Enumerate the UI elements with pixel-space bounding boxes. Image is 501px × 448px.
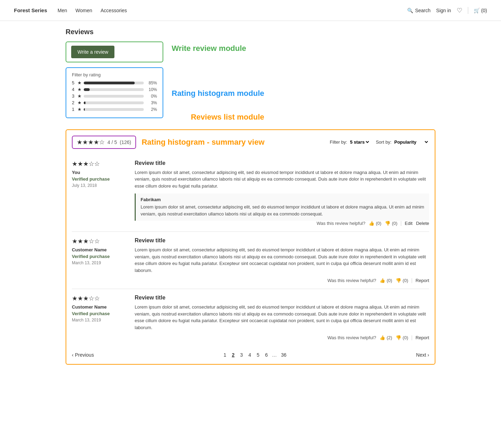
pagination-pages: 123456…36: [222, 351, 288, 358]
review-actions: Was this review helpful? 👍 (0) 👎 (0) Rep…: [135, 278, 429, 283]
pagination-prev-button[interactable]: ‹ Previous: [72, 352, 94, 358]
pagination-ellipsis: …: [272, 352, 277, 358]
response-author: Fabrikam: [141, 197, 424, 202]
reviews-container: ★★★☆☆ You Verified purchase July 13, 201…: [72, 154, 429, 346]
review-date: March 13, 2019: [72, 318, 128, 322]
sort-by-item: Sort by: Popularity Newest Highest rated…: [376, 139, 429, 145]
pagination-page-36[interactable]: 36: [279, 351, 288, 358]
review-date: July 13, 2018: [72, 183, 128, 188]
left-modules: Write a review Filter by rating 5 ★ 85% …: [66, 41, 163, 118]
sign-in-button[interactable]: Sign in: [436, 8, 451, 13]
review-verified: Verified purchase: [72, 176, 128, 182]
histogram-pct: 2%: [146, 107, 157, 112]
star-number: 1: [72, 107, 75, 112]
review-item: ★★★☆☆ Customer Name Verified purchase Ma…: [72, 289, 429, 346]
pagination-page-3[interactable]: 3: [239, 351, 244, 358]
sort-by-select[interactable]: Popularity Newest Highest rated Lowest r…: [393, 139, 429, 145]
review-title: Review title: [135, 295, 429, 301]
histogram-pct: 10%: [146, 87, 157, 92]
histogram-pct: 0%: [146, 94, 157, 99]
action-report-link[interactable]: Report: [416, 335, 429, 340]
nav-link-accessories[interactable]: Accessories: [100, 8, 127, 13]
pagination-next-button[interactable]: Next ›: [416, 352, 429, 358]
filter-by-rating-label: Filter by rating: [72, 72, 157, 77]
write-review-module: Write a review: [66, 41, 163, 62]
histogram-row[interactable]: 5 ★ 85%: [72, 80, 157, 85]
action-divider: [412, 278, 412, 283]
navigation: Forest Series Men Women Accessories 🔍 Se…: [0, 0, 501, 21]
nav-right: 🔍 Search Sign in ♡ 🛒 (0): [407, 7, 487, 14]
histogram-row[interactable]: 4 ★ 10%: [72, 87, 157, 92]
histogram-bar-bg: [84, 101, 144, 104]
reviews-list-module: ★★★★☆ 4 / 5 (126) Rating histogram - sum…: [66, 129, 435, 365]
action-delete-link[interactable]: Delete: [416, 221, 429, 226]
review-author: Customer Name: [72, 304, 128, 310]
pagination-page-5[interactable]: 5: [255, 351, 261, 358]
histogram-pct: 85%: [146, 81, 157, 85]
nav-search[interactable]: 🔍 Search: [407, 8, 431, 13]
pagination-page-6[interactable]: 6: [264, 351, 269, 358]
pagination-page-4[interactable]: 4: [247, 351, 253, 358]
histogram-row[interactable]: 2 ★ 3%: [72, 100, 157, 105]
rating-histogram-module-label: Rating histogram module: [172, 89, 264, 99]
thumbs-up-count: (0): [376, 221, 381, 226]
nav-divider: [468, 7, 468, 14]
response-body: Lorem ipsum dolor sit amet, consectetur …: [141, 204, 424, 217]
action-report-link[interactable]: Report: [416, 278, 429, 283]
vendor-response: Fabrikam Lorem ipsum dolor sit amet, con…: [135, 193, 429, 221]
pagination-page-1[interactable]: 1: [222, 351, 228, 358]
review-left: ★★★☆☆ Customer Name Verified purchase Ma…: [72, 237, 128, 283]
review-date: March 13, 2019: [72, 260, 128, 265]
filter-by-select[interactable]: 5 stars 4 stars 3 stars 2 stars 1 star A…: [349, 139, 370, 145]
histogram-bar-bg: [84, 95, 144, 98]
nav-links: Men Women Accessories: [58, 8, 407, 13]
module-labels: Write review module Rating histogram mod…: [172, 41, 264, 122]
star-number: 5: [72, 80, 75, 85]
write-review-module-label: Write review module: [172, 44, 264, 54]
thumbs-up-count: (0): [387, 278, 392, 283]
review-body: Lorem ipsum dolor sit amet, consectetur …: [135, 246, 429, 274]
thumbs-down-icon: 👎: [396, 335, 401, 340]
star-number: 4: [72, 87, 75, 92]
review-author: You: [72, 170, 128, 175]
thumbs-up-icon: 👍: [380, 335, 385, 340]
thumbs-up-count: (2): [387, 335, 392, 340]
histogram-row[interactable]: 3 ★ 0%: [72, 93, 157, 99]
summary-rating-box: ★★★★☆ 4 / 5 (126): [72, 136, 136, 149]
thumbs-up-icon: 👍: [369, 221, 374, 226]
thumbs-up-button[interactable]: 👍 (0): [380, 278, 392, 283]
next-label: Next: [416, 352, 426, 358]
chevron-right-icon: ›: [427, 352, 429, 358]
pagination: ‹ Previous 123456…36 Next ›: [72, 346, 429, 358]
thumbs-down-button[interactable]: 👎 (0): [396, 278, 408, 283]
thumbs-down-button[interactable]: 👎 (0): [385, 221, 397, 226]
thumbs-up-button[interactable]: 👍 (2): [380, 335, 392, 340]
review-stars: ★★★☆☆: [72, 160, 128, 168]
review-verified: Verified purchase: [72, 254, 128, 259]
nav-link-men[interactable]: Men: [58, 8, 67, 13]
nav-link-women[interactable]: Women: [75, 8, 92, 13]
thumbs-down-button[interactable]: 👎 (0): [396, 335, 408, 340]
cart-icon: 🛒: [474, 8, 480, 13]
helpful-label: Was this review helpful?: [328, 278, 376, 283]
search-icon: 🔍: [407, 8, 413, 13]
histogram-bar-fill: [84, 88, 90, 91]
review-left: ★★★☆☆ You Verified purchase July 13, 201…: [72, 160, 128, 226]
nav-logo: Forest Series: [14, 7, 47, 13]
review-right: Review title Lorem ipsum dolor sit amet,…: [135, 237, 429, 283]
review-body: Lorem ipsum dolor sit amet, consectetur …: [135, 169, 429, 190]
wishlist-icon[interactable]: ♡: [457, 7, 462, 14]
thumbs-down-count: (0): [392, 221, 397, 226]
action-edit-link[interactable]: Edit: [405, 221, 412, 226]
review-right: Review title Lorem ipsum dolor sit amet,…: [135, 160, 429, 226]
cart-button[interactable]: 🛒 (0): [474, 8, 487, 13]
thumbs-up-icon: 👍: [380, 278, 385, 283]
histogram-row[interactable]: 1 ★ 2%: [72, 107, 157, 112]
page-title: Reviews: [66, 28, 435, 36]
review-title: Review title: [135, 237, 429, 244]
thumbs-down-icon: 👎: [385, 221, 390, 226]
write-review-button[interactable]: Write a review: [71, 46, 114, 58]
thumbs-up-button[interactable]: 👍 (0): [369, 221, 381, 226]
previous-label: Previous: [75, 352, 94, 358]
pagination-page-2[interactable]: 2: [230, 351, 236, 358]
